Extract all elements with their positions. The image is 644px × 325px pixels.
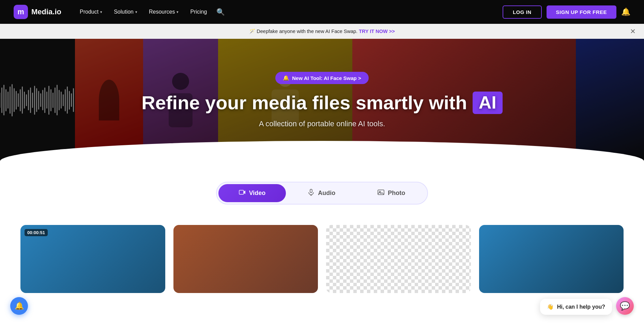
waveform-bar bbox=[65, 89, 66, 111]
banner-text: 🪄 Deepfake anyone with the new AI Face S… bbox=[249, 29, 357, 34]
waveform-bar bbox=[71, 93, 72, 107]
nav-resources[interactable]: Resources ▾ bbox=[144, 6, 183, 18]
waveform-bar bbox=[44, 87, 45, 113]
nav-pricing[interactable]: Pricing bbox=[185, 6, 212, 18]
card-1[interactable]: 00:00:51 bbox=[20, 225, 165, 293]
badge-bell-icon: 🔔 bbox=[283, 75, 289, 81]
nav-product[interactable]: Product ▾ bbox=[75, 6, 107, 18]
waveform-bar bbox=[1, 87, 2, 113]
waveform-bar bbox=[7, 92, 9, 109]
login-button[interactable]: LOG IN bbox=[503, 5, 542, 19]
waveform-bar bbox=[24, 92, 25, 109]
svg-rect-1 bbox=[310, 189, 312, 193]
waveform-bar bbox=[0, 93, 0, 108]
logo[interactable]: m Media.io bbox=[14, 5, 61, 19]
signup-button[interactable]: SIGN UP FOR FREE bbox=[547, 5, 616, 19]
mic-icon bbox=[308, 189, 315, 197]
waveform-bar bbox=[22, 86, 23, 114]
waveform-display bbox=[0, 39, 75, 161]
nav-links: Product ▾ Solution ▾ Resources ▾ Pricing… bbox=[75, 5, 503, 19]
chat-avatar-icon: 💬 bbox=[620, 301, 630, 307]
logo-letter: m bbox=[17, 7, 24, 16]
tab-audio[interactable]: Audio bbox=[287, 184, 356, 202]
waveform-bar bbox=[61, 92, 62, 109]
hero-col-6 bbox=[576, 39, 644, 161]
cards-section: 00:00:51 bbox=[0, 215, 644, 307]
waveform-bar bbox=[46, 92, 47, 109]
card-3[interactable] bbox=[326, 225, 471, 293]
waveform-bar bbox=[34, 86, 35, 115]
waveform-bar bbox=[55, 87, 56, 113]
chat-message: Hi, can I help you? bbox=[557, 304, 605, 307]
waveform-bar bbox=[28, 90, 29, 110]
badge-text: New AI Tool: AI Face Swap > bbox=[292, 75, 361, 81]
hero-section: 🔔 New AI Tool: AI Face Swap > Refine you… bbox=[0, 39, 644, 161]
hero-ai-badge: AI bbox=[473, 92, 503, 114]
waveform-bar bbox=[5, 89, 6, 111]
hero-content: 🔔 New AI Tool: AI Face Swap > Refine you… bbox=[141, 72, 502, 128]
waveform-bar bbox=[57, 85, 58, 115]
nav-solution[interactable]: Solution ▾ bbox=[109, 6, 142, 18]
waveform-bar bbox=[52, 93, 53, 108]
photo-icon bbox=[378, 189, 384, 197]
video-icon bbox=[239, 189, 246, 197]
card-4[interactable] bbox=[479, 225, 624, 293]
tab-photo-label: Photo bbox=[388, 190, 405, 197]
search-icon[interactable]: 🔍 bbox=[214, 5, 228, 19]
chat-avatar[interactable]: 💬 bbox=[616, 297, 634, 307]
hero-col-1 bbox=[0, 39, 75, 161]
waveform-bar bbox=[26, 94, 27, 106]
waveform-bar bbox=[3, 85, 4, 115]
notification-fab-icon: 🔔 bbox=[15, 302, 24, 307]
hero-col-2 bbox=[75, 39, 143, 161]
waveform-bar bbox=[48, 86, 49, 115]
banner-close-button[interactable]: ✕ bbox=[630, 28, 636, 35]
chevron-down-icon: ▾ bbox=[135, 10, 137, 14]
waveform-bar bbox=[18, 93, 19, 107]
brand-name: Media.io bbox=[31, 7, 61, 16]
chat-bubble: 👋 Hi, can I help you? bbox=[540, 299, 612, 307]
waveform-bar bbox=[32, 93, 33, 108]
tab-photo[interactable]: Photo bbox=[357, 184, 426, 202]
navbar: m Media.io Product ▾ Solution ▾ Resource… bbox=[0, 0, 644, 24]
video-timestamp: 00:00:51 bbox=[25, 229, 48, 236]
hero-title: Refine your media files smartly with AI bbox=[141, 92, 502, 114]
waveform-bar bbox=[42, 90, 43, 110]
waveform-bar bbox=[16, 91, 17, 110]
tab-video[interactable]: Video bbox=[218, 184, 286, 202]
waveform-bar bbox=[67, 86, 68, 114]
waveform-bar bbox=[50, 89, 51, 111]
banner-cta[interactable]: TRY IT NOW >> bbox=[359, 29, 395, 34]
tab-audio-label: Audio bbox=[318, 190, 335, 197]
waveform-bar bbox=[38, 91, 39, 110]
wave-emoji: 👋 bbox=[547, 304, 554, 307]
tab-bar: Video Audio Photo bbox=[216, 182, 428, 205]
waveform-bar bbox=[14, 88, 15, 112]
waveform-bar bbox=[10, 86, 11, 114]
hero-subtitle: A collection of portable online AI tools… bbox=[141, 119, 502, 128]
card-2[interactable] bbox=[173, 225, 318, 293]
waveform-bar bbox=[30, 87, 31, 113]
waveform-bar bbox=[20, 89, 21, 111]
chevron-down-icon: ▾ bbox=[100, 10, 102, 14]
announcement-banner: 🪄 Deepfake anyone with the new AI Face S… bbox=[0, 24, 644, 39]
waveform-bar bbox=[73, 88, 74, 112]
waveform-bar bbox=[69, 91, 70, 110]
nav-right: LOG IN SIGN UP FOR FREE 🔔 bbox=[503, 5, 630, 19]
hero-badge[interactable]: 🔔 New AI Tool: AI Face Swap > bbox=[275, 72, 368, 84]
logo-icon: m bbox=[14, 5, 28, 19]
tabs-section: Video Audio Photo bbox=[0, 161, 644, 215]
waveform-bar bbox=[12, 84, 13, 116]
waveform-bar bbox=[40, 93, 41, 107]
bell-icon[interactable]: 🔔 bbox=[621, 7, 630, 16]
svg-rect-0 bbox=[239, 190, 244, 194]
tab-video-label: Video bbox=[249, 190, 266, 197]
waveform-bar bbox=[59, 90, 60, 110]
chat-widget: 👋 Hi, can I help you? 💬 bbox=[540, 297, 634, 307]
waveform-bar bbox=[63, 94, 64, 106]
waveform-bar bbox=[36, 88, 37, 112]
chevron-down-icon: ▾ bbox=[177, 10, 179, 14]
hero-title-text: Refine your media files smartly with bbox=[141, 92, 467, 113]
